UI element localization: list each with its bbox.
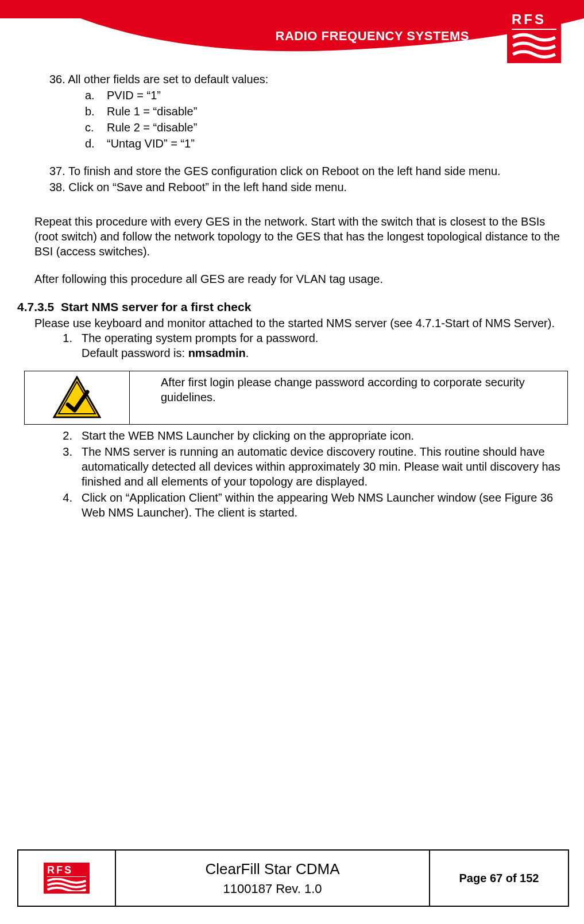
heading-title: Start NMS server for a first check bbox=[61, 300, 251, 313]
step1-line2-pre: Default password is: bbox=[82, 347, 188, 359]
rfs-logo-small-waves-icon bbox=[47, 878, 86, 891]
item36-intro: 36. All other fields are set to default … bbox=[49, 72, 567, 87]
warning-icon-cell bbox=[25, 371, 130, 424]
paragraph-ready: After following this procedure all GES a… bbox=[17, 271, 567, 286]
step-text: Click on “Application Client” within the… bbox=[82, 490, 567, 520]
company-name: RADIO FREQUENCY SYSTEMS bbox=[276, 29, 469, 44]
list-item-36: 36. All other fields are set to default … bbox=[17, 72, 567, 151]
heading-number: 4.7.3.5 bbox=[17, 300, 54, 313]
rfs-logo-small-text: RFS bbox=[47, 865, 86, 877]
list-item-37: 37. To finish and store the GES configur… bbox=[17, 164, 567, 178]
sub-marker: a. bbox=[85, 88, 98, 103]
paragraph-nms-intro: Please use keyboard and monitor attached… bbox=[17, 316, 567, 331]
sub-item: d.“Untag VID” = “1” bbox=[85, 136, 567, 151]
step-4: 4. Click on “Application Client” within … bbox=[60, 490, 567, 520]
step-list-cont: 2. Start the WEB NMS Launcher by clickin… bbox=[17, 428, 567, 520]
paragraph-repeat: Repeat this procedure with every GES in … bbox=[17, 214, 567, 259]
warning-text: After first login please change password… bbox=[130, 371, 567, 424]
step-marker: 2. bbox=[60, 428, 72, 443]
sub-marker: b. bbox=[85, 104, 98, 119]
page-number: Page 67 of 152 bbox=[459, 872, 539, 885]
rfs-logo: RFS bbox=[507, 9, 561, 63]
step-text: Start the WEB NMS Launcher by clicking o… bbox=[82, 428, 414, 443]
page-footer: RFS ClearFill Star CDMA 1100187 Rev. 1.0… bbox=[17, 849, 569, 907]
sub-marker: c. bbox=[85, 120, 98, 135]
sub-text: PVID = “1” bbox=[107, 88, 161, 103]
item38-text: 38. Click on “Save and Reboot” in the le… bbox=[49, 180, 567, 195]
step1-password: nmsadmin bbox=[188, 347, 246, 359]
item36-sublist: a.PVID = “1” b.Rule 1 = “disable” c.Rule… bbox=[49, 88, 567, 151]
sub-marker: d. bbox=[85, 136, 98, 151]
rfs-logo-text: RFS bbox=[512, 13, 556, 30]
footer-page-cell: Page 67 of 152 bbox=[430, 851, 568, 906]
page-body: 36. All other fields are set to default … bbox=[17, 72, 567, 521]
step-1: 1. The operating system prompts for a pa… bbox=[60, 331, 567, 360]
footer-title-cell: ClearFill Star CDMA 1100187 Rev. 1.0 bbox=[116, 851, 430, 906]
sub-text: “Untag VID” = “1” bbox=[107, 136, 195, 151]
step-marker: 3. bbox=[60, 444, 72, 489]
warning-box: After first login please change password… bbox=[24, 371, 568, 425]
warning-icon bbox=[53, 376, 101, 420]
step1-line2-post: . bbox=[246, 347, 249, 359]
sub-item: c.Rule 2 = “disable” bbox=[85, 120, 567, 135]
rfs-logo-small: RFS bbox=[44, 863, 90, 894]
step-3: 3. The NMS server is running an automati… bbox=[60, 444, 567, 489]
list-item-38: 38. Click on “Save and Reboot” in the le… bbox=[17, 180, 567, 195]
doc-revision: 1100187 Rev. 1.0 bbox=[223, 882, 322, 896]
sub-text: Rule 1 = “disable” bbox=[107, 104, 197, 119]
step-text: The NMS server is running an automatic d… bbox=[82, 444, 567, 489]
sub-item: a.PVID = “1” bbox=[85, 88, 567, 103]
item37-text: 37. To finish and store the GES configur… bbox=[49, 164, 567, 178]
footer-logo-cell: RFS bbox=[18, 851, 116, 906]
heading-4-7-3-5: 4.7.3.5 Start NMS server for a first che… bbox=[17, 299, 567, 315]
step-list: 1. The operating system prompts for a pa… bbox=[17, 331, 567, 360]
page: RADIO FREQUENCY SYSTEMS RFS 36. All othe… bbox=[0, 0, 584, 924]
step1-line1: The operating system prompts for a passw… bbox=[82, 332, 318, 344]
rfs-logo-waves-icon bbox=[512, 32, 556, 59]
sub-text: Rule 2 = “disable” bbox=[107, 120, 197, 135]
doc-title: ClearFill Star CDMA bbox=[205, 860, 339, 878]
step-text: The operating system prompts for a passw… bbox=[82, 331, 318, 360]
page-header: RADIO FREQUENCY SYSTEMS RFS bbox=[0, 0, 584, 56]
step-marker: 4. bbox=[60, 490, 72, 520]
step-marker: 1. bbox=[60, 331, 72, 360]
sub-item: b.Rule 1 = “disable” bbox=[85, 104, 567, 119]
step-2: 2. Start the WEB NMS Launcher by clickin… bbox=[60, 428, 567, 443]
